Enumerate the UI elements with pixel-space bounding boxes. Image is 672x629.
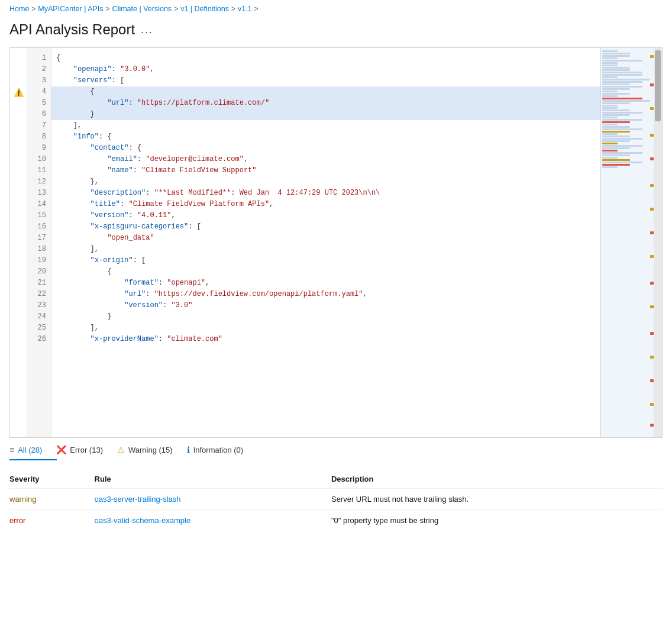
gutter-line-6 xyxy=(10,109,27,120)
gutter-line-21 xyxy=(10,278,27,289)
mm-l5 xyxy=(602,60,642,62)
breadcrumb: Home > MyAPICenter | APIs > Climate | Ve… xyxy=(0,0,672,18)
code-line-9: "contact": { xyxy=(51,143,600,154)
code-line-26: "x-providerName": "climate.com" xyxy=(51,334,600,345)
results-table: Severity Rule Description warningoas3-se… xyxy=(9,470,663,531)
cell-rule-0[interactable]: oas3-server-trailing-slash xyxy=(95,489,331,510)
ln-7: 7 xyxy=(27,120,51,131)
gutter-line-18 xyxy=(10,244,27,255)
gutter-line-17 xyxy=(10,233,27,244)
ln-10: 10 xyxy=(27,154,51,165)
mm-l17 xyxy=(602,88,630,90)
tab-info-label: Information (0) xyxy=(193,446,244,454)
page-title: API Analysis Report xyxy=(9,21,135,38)
ln-6: 6 xyxy=(27,109,51,120)
mm-l3 xyxy=(602,55,630,57)
ln-14: 14 xyxy=(27,199,51,210)
breadcrumb-apicenter[interactable]: MyAPICenter | APIs xyxy=(38,5,103,13)
code-line-8: "info": { xyxy=(51,131,600,143)
breadcrumb-home[interactable]: Home xyxy=(9,5,29,13)
ln-8: 8 xyxy=(27,131,51,143)
mm-l4 xyxy=(602,57,618,59)
gutter-line-20 xyxy=(10,266,27,278)
tab-all-label: All (28) xyxy=(18,446,42,454)
ln-25: 25 xyxy=(27,322,51,334)
mm-l43 xyxy=(602,150,618,151)
cell-description-0: Server URL must not have trailing slash. xyxy=(331,489,663,510)
mm-l35 xyxy=(602,131,630,133)
gutter-line-26 xyxy=(10,334,27,345)
ln-4: 4 xyxy=(27,86,51,98)
analysis-table: Severity Rule Description warningoas3-se… xyxy=(9,470,663,531)
code-line-20: { xyxy=(51,266,600,278)
breadcrumb-v11[interactable]: v1.1 xyxy=(238,5,252,13)
line-numbers: 1 2 3 4 5 6 7 8 9 10 11 12 13 14 15 16 1… xyxy=(27,48,51,437)
tab-info[interactable]: ℹ Information (0) xyxy=(187,445,244,460)
gutter-line-16 xyxy=(10,221,27,233)
gutter-line-8 xyxy=(10,131,27,143)
ln-18: 18 xyxy=(27,244,51,255)
mm-l18 xyxy=(602,91,618,92)
info-icon: ℹ xyxy=(187,445,190,454)
code-line-13: "description": "**Last Modified**: Wed J… xyxy=(51,188,600,199)
scrollbar-track[interactable] xyxy=(654,48,662,437)
table-row: erroroas3-valid-schema-example"0" proper… xyxy=(9,510,663,531)
mm-l27 xyxy=(602,112,642,114)
gutter-line-22 xyxy=(10,289,27,300)
ln-17: 17 xyxy=(27,233,51,244)
title-menu-button[interactable]: ... xyxy=(141,24,153,36)
mm-l25 xyxy=(602,107,618,109)
tab-error[interactable]: ❌ Error (13) xyxy=(56,445,103,460)
code-line-12: }, xyxy=(51,176,600,188)
ln-3: 3 xyxy=(27,75,51,86)
mm-l40 xyxy=(602,143,618,144)
ln-9: 9 xyxy=(27,143,51,154)
tab-all[interactable]: ≡ All (28) xyxy=(9,445,42,460)
col-header-severity: Severity xyxy=(9,470,95,489)
breadcrumb-climate[interactable]: Climate | Versions xyxy=(112,5,172,13)
gutter-line-12 xyxy=(10,176,27,188)
mm-l23 xyxy=(602,102,630,104)
mm-l42 xyxy=(602,147,630,149)
minimap[interactable] xyxy=(600,48,654,437)
mm-l41 xyxy=(602,145,642,147)
code-line-10: "email": "developer@climate.com", xyxy=(51,154,600,165)
warning-icon: ⚠ xyxy=(117,445,125,454)
table-row: warningoas3-server-trailing-slashServer … xyxy=(9,489,663,510)
ln-16: 16 xyxy=(27,221,51,233)
ln-26: 26 xyxy=(27,334,51,345)
code-line-2: "openapi": "3.0.0", xyxy=(51,64,600,75)
code-gutter: ⚠️ xyxy=(10,48,27,437)
mm-l29 xyxy=(602,117,618,118)
gutter-line-11 xyxy=(10,165,27,176)
tab-warning[interactable]: ⚠ Warning (15) xyxy=(117,445,173,460)
mm-l20 xyxy=(602,95,618,97)
scrollbar-thumb[interactable] xyxy=(655,50,661,121)
mm-l34 xyxy=(602,128,642,130)
breadcrumb-v1[interactable]: v1 | Definitions xyxy=(180,5,229,13)
mm-l45 xyxy=(602,154,630,156)
ln-1: 1 xyxy=(27,53,51,64)
col-header-rule: Rule xyxy=(95,470,331,489)
code-line-17: "open_data" xyxy=(51,233,600,244)
code-line-11: "name": "Climate FieldView Support" xyxy=(51,165,600,176)
code-line-5: "url": "https://platform.climate.com/" xyxy=(51,98,600,109)
mm-l1 xyxy=(602,50,618,52)
mm-l31 xyxy=(602,121,630,123)
mm-l22 xyxy=(602,100,650,102)
cell-severity-1: error xyxy=(9,510,95,531)
code-line-3: "servers": [ xyxy=(51,75,600,86)
mm-l26 xyxy=(602,109,630,111)
mm-l39 xyxy=(602,140,630,142)
gutter-line-4-warning: ⚠️ xyxy=(10,86,27,98)
mm-l33 xyxy=(602,126,630,128)
list-icon: ≡ xyxy=(9,445,14,454)
minimap-markers xyxy=(649,48,654,437)
ln-24: 24 xyxy=(27,311,51,322)
tab-warning-label: Warning (15) xyxy=(128,446,173,454)
cell-rule-1[interactable]: oas3-valid-schema-example xyxy=(95,510,331,531)
code-line-14: "title": "Climate FieldView Platform API… xyxy=(51,199,600,210)
code-content[interactable]: { "openapi": "3.0.0", "servers": [ { "ur… xyxy=(51,48,600,437)
mm-l19 xyxy=(602,93,630,95)
breadcrumb-sep-3: > xyxy=(174,5,178,13)
